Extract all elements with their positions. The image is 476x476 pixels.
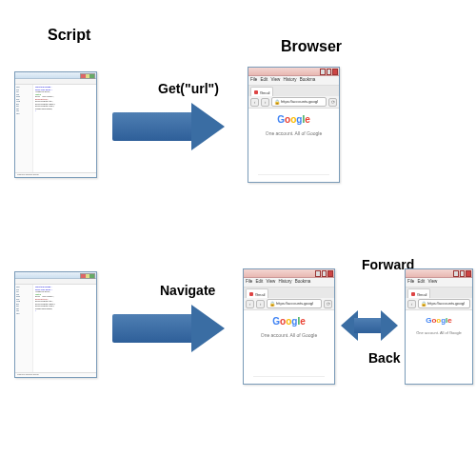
browser-menubar: File Edit View History Bookma [248, 76, 339, 86]
url-bar: 🔒https://accounts.googl [271, 97, 327, 107]
browser-bottom-right: File Edit View Gmail ‹ 🔒https://accounts… [405, 268, 473, 385]
status-bar: Problems Javadoc Declar [15, 172, 96, 178]
reload-icon: ⟳ [328, 98, 337, 107]
google-logo: Google [248, 114, 339, 125]
window-buttons [80, 73, 95, 79]
label-navigate: Navigate [160, 283, 215, 298]
label-back: Back [368, 350, 400, 366]
lock-icon: 🔒 [274, 98, 280, 106]
browser-tab: Gmail [250, 87, 273, 96]
heading-browser: Browser [281, 38, 342, 55]
heading-script: Script [48, 27, 90, 44]
label-get: Get("url") [158, 81, 219, 96]
arrow-get [112, 103, 227, 150]
browser-top: File Edit View History Bookma Gmail ‹ › … [248, 67, 340, 183]
project-tree: PkgSrcLibRefJRESysWebDrvSelTstUtilLog [15, 85, 33, 172]
code-area-top: import org.openqa...public class Demo { … [33, 85, 96, 172]
arrow-forward-back [341, 307, 398, 345]
code-area-bottom: import org.openqa...public class Demo { … [33, 285, 96, 372]
script-editor-bottom: PkgSrcLibRefJRESysWebDrvSelTstUtilLog im… [14, 271, 97, 378]
script-editor-top: PkgSrcLibRefJRESysWebDrvSelTstUtilLog im… [14, 71, 97, 178]
forward-icon: › [261, 98, 269, 107]
tagline: One account. All of Google [248, 130, 339, 136]
browser-bottom-left: File Edit View History Bookma Gmail ‹› 🔒… [243, 268, 335, 385]
back-icon: ‹ [250, 98, 259, 107]
arrow-navigate [112, 305, 227, 352]
project-tree-b: PkgSrcLibRefJRESysWebDrvSelTstUtilLog [15, 285, 33, 372]
